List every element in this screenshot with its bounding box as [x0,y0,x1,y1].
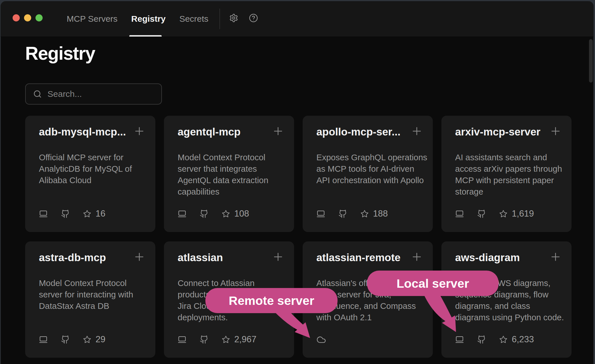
server-description: Official MCP server for AnalyticDB for M… [39,152,132,186]
star-count: 188 [373,209,388,219]
github-icon [477,335,486,344]
star-icon [360,210,369,218]
github-icon [200,209,209,218]
search-input[interactable] [47,89,158,99]
star-count: 6,233 [512,334,534,345]
app-window: MCP Servers Registry Secrets Registry [1,1,594,364]
server-meta: 1,619 [455,209,534,219]
server-card[interactable]: apollo-mcp-ser... Exposes GraphQL operat… [303,116,433,232]
server-meta: 16 [39,209,105,219]
main-nav: MCP Servers Registry Secrets [67,1,209,37]
star-count-group: 188 [360,209,388,219]
add-server-button[interactable] [410,251,423,263]
server-description: Exposes GraphQL operations as MCP tools … [316,152,427,186]
close-window-button[interactable] [13,14,20,21]
server-meta: 188 [316,209,388,219]
tab-registry[interactable]: Registry [131,14,166,24]
title-bar: MCP Servers Registry Secrets [1,1,594,37]
laptop-icon [178,209,187,218]
server-description: Generate AWS diagrams, sequence diagrams… [455,277,564,323]
page-title: Registry [25,43,95,64]
server-name: astra-db-mcp [39,252,106,264]
server-card[interactable]: atlassian Connect to Atlassian products … [164,241,294,358]
laptop-icon [39,335,48,344]
server-name: atlassian-remote [316,252,400,264]
server-name: agentql-mcp [178,126,241,138]
server-name: adb-mysql-mcp... [39,126,126,138]
star-icon [499,210,507,218]
server-description: Connect to Atlassian products supporting… [178,277,259,323]
star-icon [83,210,91,218]
server-card[interactable]: agentql-mcp Model Context Protocol serve… [164,116,294,232]
star-icon [222,210,230,218]
star-count-group: 1,619 [499,209,534,219]
server-meta: 108 [178,209,249,219]
star-count: 16 [96,209,105,219]
laptop-icon [39,209,48,218]
server-card[interactable]: aws-diagram Generate AWS diagrams, seque… [441,241,572,358]
server-card[interactable]: atlassian-remote Atlassian's official MC… [303,241,433,358]
laptop-icon [455,209,464,218]
server-card[interactable]: astra-db-mcp Model Context Protocol serv… [25,241,155,358]
add-server-button[interactable] [272,125,284,137]
traffic-lights [13,14,43,21]
server-meta: 29 [39,334,105,345]
star-count: 2,967 [234,334,257,345]
tab-secrets[interactable]: Secrets [179,14,209,24]
star-count-group: 29 [83,334,105,345]
active-tab-indicator [129,35,162,37]
server-name: arxiv-mcp-server [455,126,540,138]
server-description: Atlassian's official MCP server for Jira… [316,277,416,323]
scrollbar-thumb[interactable] [589,39,593,83]
github-icon [200,335,209,344]
github-icon [477,209,486,218]
laptop-icon [455,335,464,344]
server-name: aws-diagram [455,252,520,264]
server-description: Model Context Protocol server for intera… [39,277,133,312]
server-name: atlassian [178,252,223,264]
server-card[interactable]: arxiv-mcp-server AI assistants search an… [441,116,572,232]
server-card[interactable]: adb-mysql-mcp... Official MCP server for… [25,116,155,232]
server-meta: 6,233 [455,334,534,345]
star-icon [222,335,230,344]
minimize-window-button[interactable] [24,14,31,21]
settings-gear-icon[interactable] [229,13,238,23]
server-description: AI assistants search and access arXiv pa… [455,152,562,197]
cloud-icon [316,335,326,345]
star-count-group: 16 [83,209,105,219]
laptop-icon [316,209,325,218]
nav-divider [219,9,220,29]
add-server-button[interactable] [133,125,146,137]
star-count-group: 6,233 [499,334,534,345]
star-count: 29 [96,334,105,345]
add-server-button[interactable] [549,125,562,137]
help-icon[interactable] [249,13,258,23]
search-box [25,83,162,105]
laptop-icon [178,335,187,344]
star-count: 108 [234,209,249,219]
search-icon [33,90,42,98]
server-meta: 2,967 [178,334,257,345]
star-count-group: 2,967 [222,334,257,345]
github-icon [61,335,70,344]
add-server-button[interactable] [272,251,284,263]
star-count-group: 108 [222,209,249,219]
add-server-button[interactable] [133,251,146,263]
server-name: apollo-mcp-ser... [316,126,400,138]
star-icon [83,335,91,344]
star-icon [499,335,507,344]
zoom-window-button[interactable] [35,14,43,21]
server-description: Model Context Protocol server that integ… [178,152,268,197]
server-meta [316,335,326,345]
add-server-button[interactable] [549,251,562,263]
add-server-button[interactable] [410,125,423,137]
tab-mcp-servers[interactable]: MCP Servers [67,14,118,24]
star-count: 1,619 [512,209,534,219]
registry-grid: adb-mysql-mcp... Official MCP server for… [25,116,572,358]
github-icon [338,209,347,218]
github-icon [61,209,70,218]
